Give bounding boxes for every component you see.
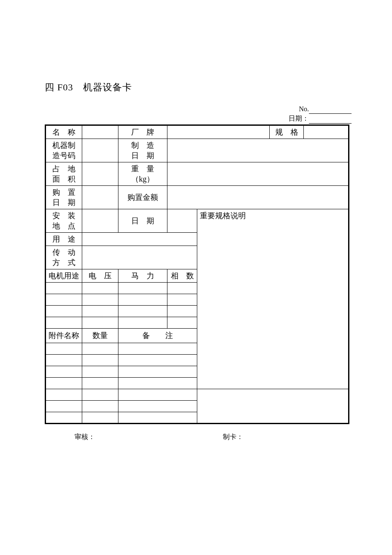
label-motor-usage: 电机用途 xyxy=(46,269,82,282)
cell-qty-5[interactable] xyxy=(82,389,118,400)
cell-motor-usage-3[interactable] xyxy=(46,305,82,317)
cell-voltage-4[interactable] xyxy=(82,317,118,328)
table-row: 购 置日 期 购置金额 xyxy=(46,185,349,209)
field-area[interactable] xyxy=(82,162,118,185)
table-row: 名 称 厂 牌 规 格 xyxy=(46,125,349,139)
cell-attach-5[interactable] xyxy=(46,389,82,400)
cell-attach-7[interactable] xyxy=(46,412,82,423)
cell-remark-1[interactable] xyxy=(118,343,197,354)
label-usage: 用 途 xyxy=(46,232,82,246)
cell-attach-1[interactable] xyxy=(46,343,82,354)
cell-remark-2[interactable] xyxy=(118,354,197,366)
label-remarks: 备 注 xyxy=(118,328,197,343)
field-name[interactable] xyxy=(82,125,118,139)
cell-phases-2[interactable] xyxy=(167,294,197,305)
label-phases: 相 数 xyxy=(167,269,197,282)
card-maker-label: 制卡： xyxy=(223,433,243,442)
label-mfg-date: 制 造日 期 xyxy=(118,139,167,162)
cell-motor-usage-4[interactable] xyxy=(46,317,82,328)
field-drive-mode[interactable] xyxy=(82,246,197,269)
cell-qty-1[interactable] xyxy=(82,343,118,354)
label-spec: 规 格 xyxy=(270,125,304,139)
cell-hp-1[interactable] xyxy=(118,282,167,294)
label-horsepower: 马 力 xyxy=(118,269,167,282)
cell-qty-7[interactable] xyxy=(82,412,118,423)
equipment-card-table: 名 称 厂 牌 规 格 机器制造号码 制 造日 期 占 地面 积 重 量（kg）… xyxy=(45,124,349,424)
label-purchase-amount: 购置金额 xyxy=(118,185,167,209)
field-usage[interactable] xyxy=(82,232,197,246)
cell-remark-3[interactable] xyxy=(118,366,197,377)
date-blank xyxy=(309,117,352,124)
field-weight[interactable] xyxy=(167,162,349,185)
cell-phases-3[interactable] xyxy=(167,305,197,317)
cell-hp-4[interactable] xyxy=(118,317,167,328)
cell-attach-3[interactable] xyxy=(46,366,82,377)
label-area: 占 地面 积 xyxy=(46,162,82,185)
field-purchase-amount[interactable] xyxy=(167,185,349,209)
field-purchase-date[interactable] xyxy=(82,185,118,209)
table-row: 安 装地 点 日 期 重要规格说明 xyxy=(46,209,349,232)
cell-voltage-3[interactable] xyxy=(82,305,118,317)
field-date[interactable] xyxy=(167,209,197,232)
cell-phases-4[interactable] xyxy=(167,317,197,328)
label-voltage: 电 压 xyxy=(82,269,118,282)
cell-remark-7[interactable] xyxy=(118,412,197,423)
field-mfg-date[interactable] xyxy=(167,139,349,162)
label-important-spec[interactable]: 重要规格说明 xyxy=(197,209,349,389)
label-quantity: 数量 xyxy=(82,328,118,343)
cell-qty-3[interactable] xyxy=(82,366,118,377)
field-machine-no[interactable] xyxy=(82,139,118,162)
cell-qty-6[interactable] xyxy=(82,400,118,412)
form-title: 四 F03 机器设备卡 xyxy=(45,81,354,94)
cell-voltage-2[interactable] xyxy=(82,294,118,305)
cell-hp-3[interactable] xyxy=(118,305,167,317)
label-name: 名 称 xyxy=(46,125,82,139)
table-row xyxy=(46,389,349,400)
cell-remark-6[interactable] xyxy=(118,400,197,412)
label-purchase-date: 购 置日 期 xyxy=(46,185,82,209)
label-weight: 重 量（kg） xyxy=(118,162,167,185)
cell-voltage-1[interactable] xyxy=(82,282,118,294)
label-drive-mode: 传 动方 式 xyxy=(46,246,82,269)
spec-bottom-area[interactable] xyxy=(197,389,349,423)
label-brand: 厂 牌 xyxy=(118,125,167,139)
cell-attach-4[interactable] xyxy=(46,377,82,389)
no-label: No. xyxy=(299,105,309,113)
cell-qty-2[interactable] xyxy=(82,354,118,366)
label-install-loc: 安 装地 点 xyxy=(46,209,82,232)
label-machine-no: 机器制造号码 xyxy=(46,139,82,162)
cell-attach-6[interactable] xyxy=(46,400,82,412)
label-date: 日 期 xyxy=(118,209,167,232)
field-brand[interactable] xyxy=(167,125,270,139)
date-label: 日期： xyxy=(288,115,309,122)
cell-attach-2[interactable] xyxy=(46,354,82,366)
cell-motor-usage-2[interactable] xyxy=(46,294,82,305)
reviewer-label: 审核： xyxy=(75,433,95,442)
no-blank xyxy=(309,107,352,114)
header-meta: No. 日期： xyxy=(45,104,354,124)
cell-hp-2[interactable] xyxy=(118,294,167,305)
field-spec[interactable] xyxy=(304,125,349,139)
cell-qty-4[interactable] xyxy=(82,377,118,389)
label-attachment-name: 附件名称 xyxy=(46,328,82,343)
table-row: 占 地面 积 重 量（kg） xyxy=(46,162,349,185)
cell-motor-usage-1[interactable] xyxy=(46,282,82,294)
cell-phases-1[interactable] xyxy=(167,282,197,294)
cell-remark-5[interactable] xyxy=(118,389,197,400)
cell-remark-4[interactable] xyxy=(118,377,197,389)
signatures: 审核： 制卡： xyxy=(45,433,354,442)
table-row: 机器制造号码 制 造日 期 xyxy=(46,139,349,162)
field-install-loc[interactable] xyxy=(82,209,118,232)
